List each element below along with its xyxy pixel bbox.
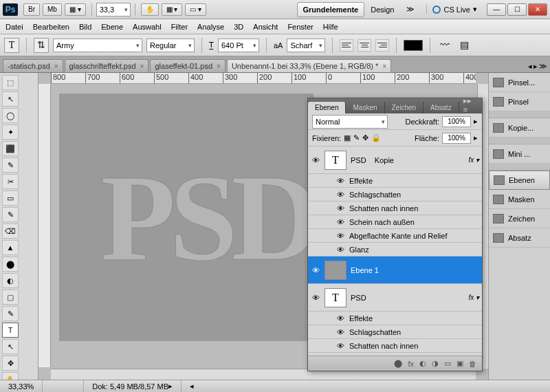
status-zoom[interactable]: 33,33% [0,380,43,392]
minimize-button[interactable]: — [487,3,506,16]
layer-name[interactable]: PSD [351,294,366,302]
menu-auswahl[interactable]: Auswahl [133,23,162,31]
layer-name[interactable]: Ebene 1 [351,266,379,274]
visibility-icon[interactable]: 👁 [336,204,345,213]
bridge-button[interactable]: Br [23,3,40,16]
visibility-icon[interactable]: 👁 [336,246,345,254]
layer-mask-icon[interactable]: ◐ [419,359,426,368]
screen-mode-button[interactable]: ▭ ▾ [185,3,206,16]
dock-pinsel[interactable]: Pinsel [489,92,550,111]
document-canvas[interactable]: PSD [59,94,314,341]
visibility-icon[interactable]: 👁 [336,314,345,323]
workspace-grundelemente[interactable]: Grundelemente [297,2,365,17]
tab-menu[interactable]: ≫ [539,62,547,71]
dock-mini[interactable]: Mini ... [489,144,550,164]
tool-10[interactable]: ▲ [2,240,19,255]
doc-tab[interactable]: Unbenannt-1 bei 33,3% (Ebene 1, RGB/8) *… [227,59,391,72]
tool-15[interactable]: T [2,323,19,338]
menu-ansicht[interactable]: Ansicht [253,23,278,31]
visibility-icon[interactable]: 👁 [336,328,345,336]
layer-effect[interactable]: 👁Schatten nach innen [308,339,482,353]
menu-3d[interactable]: 3D [234,23,243,31]
tool-6[interactable]: ✂ [2,174,19,189]
tool-13[interactable]: ▢ [2,290,19,305]
panel-tab-absatz[interactable]: Absatz [424,102,459,113]
visibility-icon[interactable]: 👁 [311,294,320,302]
tab-scroll-right[interactable]: ▸ [534,62,538,71]
view-extras-button[interactable]: ▦ ▾ [65,3,86,16]
visibility-icon[interactable]: 👁 [336,177,345,185]
doc-tab[interactable]: -statisch.psd× [3,59,63,72]
align-left-button[interactable] [340,39,353,52]
align-right-button[interactable] [375,39,389,52]
close-tab-icon[interactable]: × [382,63,386,70]
tool-1[interactable]: ↖ [2,91,19,107]
close-tab-icon[interactable]: × [217,63,221,70]
tool-8[interactable]: ✎ [2,207,19,222]
tool-9[interactable]: ⌫ [2,224,19,239]
visibility-icon[interactable]: 👁 [336,232,345,240]
tool-7[interactable]: ▭ [2,190,19,206]
zoom-combo[interactable]: 33,3 [96,3,131,17]
minibridge-button[interactable]: Mb [43,3,62,16]
dock-kopie[interactable]: Kopie... [489,118,550,138]
close-tab-icon[interactable]: × [54,63,58,70]
adjustment-layer-icon[interactable]: ◑ [432,359,439,368]
doc-tab[interactable]: glaseffekt-01.psd× [150,59,225,72]
layer-row[interactable]: 👁TPSD Kopiefx ▾ [308,146,482,174]
dock-pinsel[interactable]: Pinsel... [489,73,550,92]
tool-2[interactable]: ◯ [2,108,19,123]
font-size-combo[interactable]: 640 Pt [218,39,259,52]
dock-ebenen[interactable]: Ebenen [489,171,550,190]
tab-scroll-left[interactable]: ◂ [528,62,532,71]
layer-effect[interactable]: 👁Effekte [308,174,482,188]
close-button[interactable]: ✕ [528,3,547,16]
antialias-combo[interactable]: Scharf [287,39,325,52]
layer-effect[interactable]: 👁Effekte [308,312,482,325]
workspace-more[interactable]: ≫ [400,1,421,17]
layer-effect[interactable]: 👁Glanz [308,243,482,257]
menu-fenster[interactable]: Fenster [287,23,313,31]
dock-masken[interactable]: Masken [489,190,550,209]
visibility-icon[interactable]: 👁 [336,342,345,350]
new-layer-icon[interactable]: ▣ [456,359,463,368]
font-style-combo[interactable]: Regular [146,39,195,52]
doc-tab[interactable]: glasschrifteffekt.psd× [65,59,149,72]
dock-zeichen[interactable]: Zeichen [489,209,550,228]
panel-tab-masken[interactable]: Masken [346,102,384,113]
opacity-flyout-icon[interactable]: ▸ [474,117,478,126]
tool-12[interactable]: ◐ [2,273,19,288]
character-panel-button[interactable]: ▤ [456,38,472,53]
lock-pixels-icon[interactable]: ✎ [353,133,360,142]
text-color-swatch[interactable] [404,40,423,51]
tool-0[interactable]: ⬚ [2,75,19,90]
lock-transparent-icon[interactable]: ▦ [344,133,351,142]
tool-5[interactable]: ✎ [2,157,19,173]
fill-field[interactable]: 100% [442,133,471,144]
menu-filter[interactable]: Filter [171,23,188,31]
menu-datei[interactable]: Datei [6,23,23,31]
tool-16[interactable]: ↖ [2,339,19,354]
tool-3[interactable]: ✦ [2,124,19,140]
cslive-menu[interactable]: CS Live▾ [426,5,477,14]
visibility-icon[interactable]: 👁 [311,266,320,274]
hand-tool-button[interactable]: ✋ [141,3,159,16]
font-family-combo[interactable]: Army [53,39,142,52]
tool-17[interactable]: ✥ [2,356,19,371]
visibility-icon[interactable]: 👁 [336,190,345,199]
tool-4[interactable]: ⬛ [2,141,19,156]
status-docsize[interactable]: Dok: 5,49 MB/8,57 MB ▸ [84,380,182,392]
tool-14[interactable]: ✎ [2,306,19,321]
layer-row[interactable]: 👁Ebene 1 [308,257,482,284]
layer-effect[interactable]: 👁Schlagschatten [308,188,482,202]
panel-tab-ebenen[interactable]: Ebenen [308,102,346,113]
lock-all-icon[interactable]: 🔒 [371,133,381,142]
dock-absatz[interactable]: Absatz [489,228,550,248]
maximize-button[interactable]: ☐ [507,3,527,16]
layer-effect[interactable]: 👁Schein nach außen [308,215,482,229]
menu-bearbeiten[interactable]: Bearbeiten [33,23,69,31]
menu-hilfe[interactable]: Hilfe [323,23,338,31]
fx-badge[interactable]: fx ▾ [468,156,479,164]
layer-effect[interactable]: 👁Schlagschatten [308,325,482,339]
layer-style-icon[interactable]: fx [408,360,414,368]
